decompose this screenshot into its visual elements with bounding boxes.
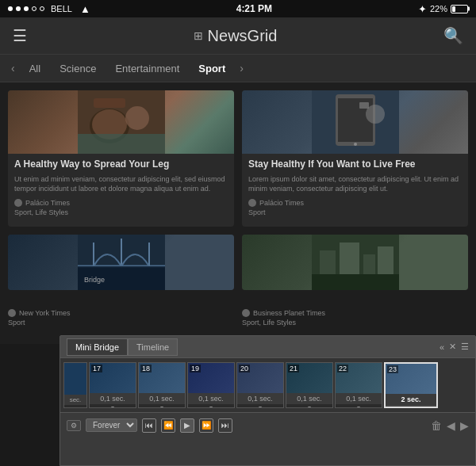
below-source-1: New York Times xyxy=(19,309,71,317)
film-frame-22[interactable]: 22 0,1 sec. ▾ xyxy=(335,362,382,408)
svg-point-11 xyxy=(366,105,385,124)
svg-point-4 xyxy=(125,106,149,130)
playback-arrow-right[interactable]: ▶ xyxy=(460,419,469,432)
article-image-2 xyxy=(242,90,468,154)
article-body-2: Stay Healthy If You Want to Live Free Lo… xyxy=(242,154,468,221)
status-bar: BELL ▲ 4:21 PM ✦ 22% xyxy=(0,0,476,17)
grid-icon: ⊞ xyxy=(194,29,203,42)
skip-end-btn[interactable]: ⏭ xyxy=(218,418,232,433)
search-icon[interactable]: 🔍 xyxy=(443,26,463,45)
film-arrow-22: ▾ xyxy=(336,404,382,408)
main-content: A Healthy Way to Spread Your Leg Ut enim… xyxy=(0,82,476,304)
film-frame-18[interactable]: 18 0,1 sec. ▾ xyxy=(138,362,186,408)
loop-select[interactable]: Forever xyxy=(86,418,137,432)
below-item-1: New York Times Sport xyxy=(8,309,234,327)
below-item-2: Business Planet Times Sport, Life Styles xyxy=(242,309,468,327)
playback-controls: ⚙ Forever ⏮ ⏪ ▶ ⏩ ⏭ 🗑 ◀ ▶ xyxy=(60,412,475,437)
film-time-20: 0,1 sec. xyxy=(237,393,283,404)
signal-dot-5 xyxy=(40,6,44,11)
article-source-2: Palácio Times xyxy=(259,199,304,207)
below-tag-2: Sport, Life Styles xyxy=(242,319,468,327)
below-meta-2: Business Planet Times xyxy=(242,309,468,317)
below-tag-1: Sport xyxy=(8,319,234,327)
article-card-2[interactable]: Stay Healthy If You Want to Live Free Lo… xyxy=(242,90,468,227)
film-arrow-20: ▾ xyxy=(237,404,283,408)
source-dot-1 xyxy=(14,199,22,207)
film-frame-19[interactable]: 19 0,1 sec. ▾ xyxy=(187,362,235,408)
tab-mini-bridge[interactable]: Mini Bridge xyxy=(67,338,128,356)
below-dot-1 xyxy=(8,309,16,317)
wifi-icon: ▲ xyxy=(80,3,90,15)
battery-label: 22% xyxy=(430,4,447,13)
film-time-18: 0,1 sec. xyxy=(139,393,185,404)
bluetooth-icon: ✦ xyxy=(418,3,427,15)
film-time-21: 0,1 sec. xyxy=(286,393,332,404)
below-dot-2 xyxy=(242,309,250,317)
app-title: ⊞ NewsGrid xyxy=(194,27,278,45)
signal-dot-2 xyxy=(16,6,21,11)
nav-back-arrow[interactable]: ‹ xyxy=(6,62,20,74)
film-time-22: 0,1 sec. xyxy=(336,393,382,404)
film-frame-23[interactable]: 23 2 sec. ▾ xyxy=(384,362,438,408)
trash-btn[interactable]: 🗑 xyxy=(431,419,442,432)
signal-dot-1 xyxy=(8,6,13,11)
step-fwd-btn[interactable]: ⏩ xyxy=(199,418,213,433)
svg-rect-5 xyxy=(78,134,165,154)
film-frame-17[interactable]: 17 0,1 sec. ▾ xyxy=(89,362,136,408)
article-body-1: A Healthy Way to Spread Your Leg Ut enim… xyxy=(8,154,234,221)
article-meta-1: Palácio Times xyxy=(14,199,228,207)
article-image-1 xyxy=(8,90,234,154)
film-frame-21[interactable]: 21 0,1 sec. ▾ xyxy=(286,362,333,408)
film-arrow-21: ▾ xyxy=(286,404,332,408)
article-title-2: Stay Healthy If You Want to Live Free xyxy=(248,159,462,171)
nav-item-entertainment[interactable]: Entertainment xyxy=(106,63,189,74)
panel-menu-icon[interactable]: ☰ xyxy=(461,342,469,352)
film-arrow-19: ▾ xyxy=(188,404,234,408)
film-time-0: sec. xyxy=(64,395,86,405)
skip-start-btn[interactable]: ⏮ xyxy=(142,418,156,433)
article-source-1: Palácio Times xyxy=(25,199,70,207)
article-card-1[interactable]: A Healthy Way to Spread Your Leg Ut enim… xyxy=(8,90,234,227)
article-card-4[interactable] xyxy=(242,235,468,290)
article-tag-2: Sport xyxy=(248,208,462,216)
nav-forward-arrow[interactable]: › xyxy=(235,62,248,74)
status-left: BELL ▲ xyxy=(8,3,90,15)
film-frame-0[interactable]: sec. xyxy=(63,362,87,408)
article-title-1: A Healthy Way to Spread Your Leg xyxy=(14,159,228,171)
film-time-19: 0,1 sec. xyxy=(188,393,234,404)
nav-item-all[interactable]: All xyxy=(20,63,50,74)
battery-icon xyxy=(451,5,468,13)
below-meta-1: New York Times xyxy=(8,309,234,317)
status-time: 4:21 PM xyxy=(236,3,272,14)
article-excerpt-2: Lorem ipsum dolor sit amet, consectetur … xyxy=(248,174,462,194)
film-arrow-23: ▾ xyxy=(386,405,436,408)
film-frame-20[interactable]: 20 0,1 sec. ▾ xyxy=(236,362,284,408)
panel-tabs: Mini Bridge Timeline xyxy=(67,338,178,356)
panel-controls: « ✕ ☰ xyxy=(440,342,469,352)
panel-header: Mini Bridge Timeline « ✕ ☰ xyxy=(60,336,475,358)
tab-timeline[interactable]: Timeline xyxy=(128,338,178,356)
film-arrow-18: ▾ xyxy=(139,404,185,408)
article-card-3[interactable]: Bridge xyxy=(8,235,234,290)
svg-rect-3 xyxy=(94,98,125,108)
film-label-17: 17 xyxy=(91,365,102,372)
playback-arrow-left[interactable]: ◀ xyxy=(447,419,455,432)
app-header: ☰ ⊞ NewsGrid 🔍 xyxy=(0,17,476,54)
filmstrip: sec. 17 0,1 sec. ▾ 18 0,1 sec. ▾ 19 0,1 … xyxy=(60,358,475,412)
menu-icon[interactable]: ☰ xyxy=(13,26,27,45)
film-label-23: 23 xyxy=(387,365,398,373)
step-back-btn[interactable]: ⏪ xyxy=(161,418,175,433)
nav-item-science[interactable]: Science xyxy=(50,63,106,74)
source-dot-2 xyxy=(248,199,256,207)
film-arrow-17: ▾ xyxy=(90,404,136,408)
nav-item-sport[interactable]: Sport xyxy=(189,63,235,74)
collapse-icon[interactable]: « xyxy=(440,342,444,352)
close-icon[interactable]: ✕ xyxy=(449,342,456,352)
film-time-23: 2 sec. xyxy=(386,394,436,405)
play-btn[interactable]: ▶ xyxy=(180,418,194,433)
carrier-label: BELL xyxy=(51,4,72,13)
film-time-17: 0,1 sec. xyxy=(90,393,136,404)
film-label-22: 22 xyxy=(337,365,348,372)
article-img-coffee xyxy=(8,90,234,154)
signal-dot-4 xyxy=(32,6,36,11)
